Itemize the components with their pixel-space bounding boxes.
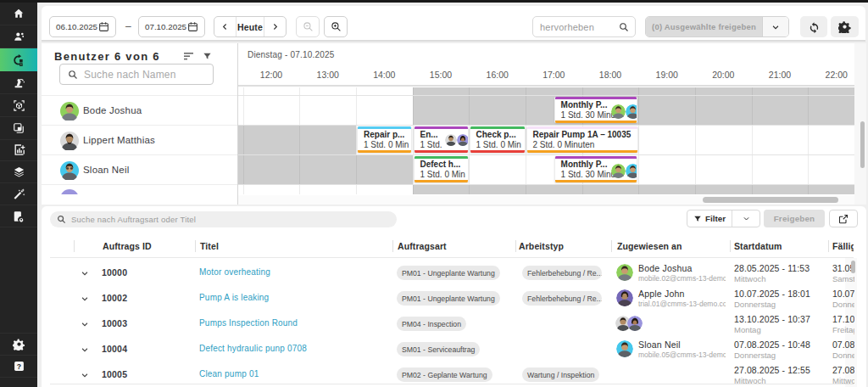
svg-text:?: ? <box>16 362 20 371</box>
